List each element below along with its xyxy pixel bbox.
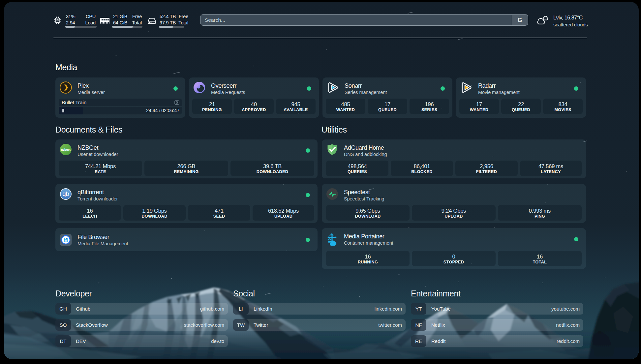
svg-text:nzbget: nzbget [61, 148, 71, 151]
svg-text:qb: qb [62, 190, 69, 197]
